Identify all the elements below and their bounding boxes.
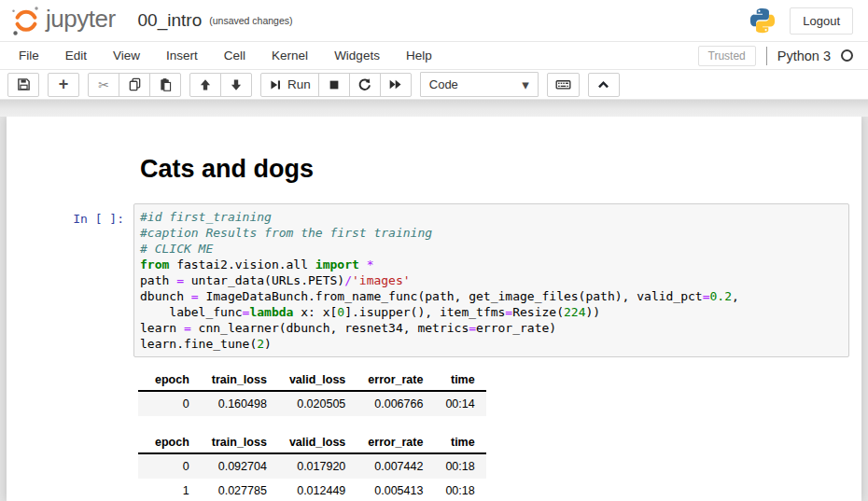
code-line: # CLICK ME xyxy=(140,241,845,257)
restart-run-all-button[interactable] xyxy=(380,73,412,97)
table-cell: 0.092704 xyxy=(201,453,278,479)
run-cell-button[interactable]: Run xyxy=(260,73,319,97)
column-header: valid_loss xyxy=(278,369,357,391)
table-row: 10.0277850.0124490.00541300:18 xyxy=(138,479,486,501)
step-forward-icon xyxy=(269,78,282,91)
caret-down-icon: ▾ xyxy=(522,77,529,91)
menubar-items: FileEditViewInsertCellKernelWidgetsHelp xyxy=(6,44,445,67)
table-cell: 00:18 xyxy=(434,479,485,501)
code-line: from fastai2.vision.all import * xyxy=(140,257,845,272)
arrow-down-icon xyxy=(230,78,243,91)
cell-type-select[interactable]: Code ▾ xyxy=(420,72,539,97)
table-cell: 0.027785 xyxy=(201,479,278,501)
output-table-2: epochtrain_lossvalid_losserror_ratetime0… xyxy=(138,432,486,501)
code-line: learn = cnn_learner(dbunch, resnet34, me… xyxy=(140,320,845,336)
table-cell: 0.020505 xyxy=(278,391,357,416)
arrow-up-icon xyxy=(199,78,212,91)
checkpoint-status: (unsaved changes) xyxy=(209,15,292,26)
command-palette-button[interactable] xyxy=(547,73,580,97)
restart-kernel-button[interactable] xyxy=(349,73,381,97)
table-cell: 1 xyxy=(138,479,201,501)
column-header: time xyxy=(434,369,485,391)
table-cell: 0 xyxy=(138,453,201,479)
interrupt-kernel-button[interactable] xyxy=(318,73,350,97)
code-editor[interactable]: #id first_training#caption Results from … xyxy=(133,203,849,357)
table-cell: 0.006766 xyxy=(357,391,434,416)
cut-cells-button[interactable]: ✂ xyxy=(88,73,119,97)
column-header: train_loss xyxy=(201,369,278,391)
trusted-badge[interactable]: Trusted xyxy=(698,46,756,66)
header-shadow xyxy=(0,100,868,117)
menu-edit[interactable]: Edit xyxy=(52,44,100,67)
table-cell: 0.005413 xyxy=(357,479,434,501)
output-table-1: epochtrain_lossvalid_losserror_ratetime0… xyxy=(138,369,486,416)
menu-cell[interactable]: Cell xyxy=(211,44,259,67)
output-area: epochtrain_lossvalid_losserror_ratetime0… xyxy=(138,357,861,501)
code-cell[interactable]: In [ ]: #id first_training#caption Resul… xyxy=(7,203,861,357)
column-header: epoch xyxy=(138,432,201,453)
python-logo-icon xyxy=(749,7,777,35)
table-cell: 0.160498 xyxy=(201,391,278,416)
column-header: valid_loss xyxy=(278,432,357,453)
code-line: path = untar_data(URLs.PETS)/'images' xyxy=(140,272,845,288)
notebook-title[interactable]: 00_intro xyxy=(138,10,203,31)
kernel-idle-icon xyxy=(841,49,853,62)
site: Cats and dogs In [ ]: #id first_training… xyxy=(0,117,868,501)
logout-button[interactable]: Logout xyxy=(790,7,853,35)
menu-file[interactable]: File xyxy=(6,44,52,67)
plus-icon: + xyxy=(59,76,69,92)
menu-insert[interactable]: Insert xyxy=(153,44,211,67)
chevron-up-icon xyxy=(596,78,610,91)
column-header: time xyxy=(434,432,485,453)
menu-help[interactable]: Help xyxy=(393,44,445,67)
divider xyxy=(766,47,767,65)
notebook-container: Cats and dogs In [ ]: #id first_training… xyxy=(7,117,861,501)
cell-prompt: In [ ]: xyxy=(7,203,133,357)
jupyter-logo[interactable]: jupyter xyxy=(9,4,116,37)
code-line: #caption Results from the first training xyxy=(140,225,845,241)
fast-forward-icon xyxy=(388,77,402,91)
brand-text: jupyter xyxy=(46,5,116,34)
table-cell: 0.007442 xyxy=(357,453,434,479)
toolbar: + ✂ xyxy=(0,70,868,100)
menu-view[interactable]: View xyxy=(100,44,153,67)
move-cell-up-button[interactable] xyxy=(189,73,221,97)
copy-icon xyxy=(128,77,142,91)
copy-cells-button[interactable] xyxy=(119,73,150,97)
paste-icon-button paste-cells-button[interactable] xyxy=(149,73,181,97)
column-header: epoch xyxy=(138,369,201,391)
save-button[interactable] xyxy=(7,73,39,97)
stop-icon xyxy=(328,78,341,91)
refresh-icon xyxy=(357,77,371,91)
paste-icon xyxy=(159,77,173,91)
menubar: FileEditViewInsertCellKernelWidgetsHelp … xyxy=(0,42,868,70)
column-header: error_rate xyxy=(357,369,434,391)
cell-type-value: Code xyxy=(429,77,458,91)
run-label: Run xyxy=(287,77,311,91)
column-header: train_loss xyxy=(201,432,278,453)
header: jupyter 00_intro (unsaved changes) Logou… xyxy=(0,0,868,42)
move-cell-down-button[interactable] xyxy=(220,73,252,97)
code-line: dbunch = ImageDataBunch.from_name_func(p… xyxy=(140,288,845,304)
collapse-toolbar-button[interactable] xyxy=(588,73,620,97)
jupyter-logo-icon xyxy=(9,4,43,37)
table-cell: 00:14 xyxy=(434,391,485,416)
kernel-name: Python 3 xyxy=(777,49,831,63)
column-header: error_rate xyxy=(357,432,434,453)
floppy-icon xyxy=(17,77,31,91)
table-cell: 0.012449 xyxy=(278,479,357,501)
code-line: learn.fine_tune(2) xyxy=(140,336,845,352)
keyboard-icon xyxy=(555,77,571,91)
table-cell: 0.017920 xyxy=(278,453,357,479)
insert-cell-below-button[interactable]: + xyxy=(48,73,79,97)
jupyter-app: jupyter 00_intro (unsaved changes) Logou… xyxy=(0,0,868,501)
table-row: 00.0927040.0179200.00744200:18 xyxy=(138,453,486,479)
menu-widgets[interactable]: Widgets xyxy=(321,44,393,67)
table-cell: 00:18 xyxy=(434,453,485,479)
menubar-right: Trusted Python 3 xyxy=(698,46,863,66)
markdown-heading[interactable]: Cats and dogs xyxy=(140,155,861,183)
table-cell: 0 xyxy=(138,391,201,416)
code-line: label_func=lambda x: x[0].isupper(), ite… xyxy=(140,304,845,320)
menu-kernel[interactable]: Kernel xyxy=(259,44,321,67)
code-line: #id first_training xyxy=(140,209,845,225)
